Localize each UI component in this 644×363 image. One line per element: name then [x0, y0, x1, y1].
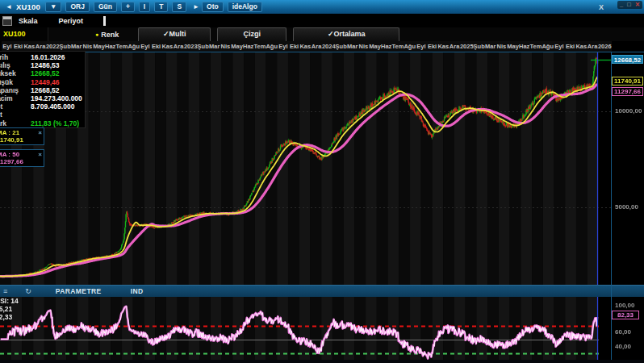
- close-icon[interactable]: ✕: [635, 2, 640, 8]
- x-axis-month-label: Eki: [565, 41, 576, 52]
- price-tick-5000: 5000,00: [615, 203, 638, 211]
- x-axis-month-label: May: [369, 41, 381, 52]
- minimize-icon[interactable]: _: [620, 2, 623, 8]
- x-axis-month-label: Ara: [587, 41, 598, 52]
- x-axis-month-label: Eki: [289, 41, 300, 52]
- x-axis-month-label: Eyl: [140, 41, 151, 52]
- tooltip-label: Hacim: [0, 94, 31, 102]
- rsi-tick-100: 100,00: [615, 302, 634, 309]
- indicator-menu-icon[interactable]: ≡: [3, 287, 7, 295]
- x-axis-month-label: Ara: [173, 41, 184, 52]
- titlebar: ◄ XU100 ▼ ORJ Gün + I T S ► Oto ideAlgo …: [0, 0, 644, 14]
- rsi-indicator-canvas[interactable]: [0, 297, 644, 360]
- indicator-button[interactable]: I: [139, 2, 150, 12]
- x-axis-month-label: Eyl: [278, 41, 289, 52]
- nav-right-icon[interactable]: ►: [193, 3, 199, 10]
- x-axis-month-label: Haz: [243, 41, 254, 52]
- indicator-header: ≡ ↻ PARAMETRE IND: [0, 285, 644, 297]
- x-axis-month-label: 2026: [598, 41, 612, 52]
- x-axis-month-label: 2024: [322, 41, 336, 52]
- x-axis-labels: EylEkiKasAra2022ŞubMarNisMayHazTemAğuEyl…: [2, 41, 612, 52]
- x-axis-month-label: Kas: [575, 41, 587, 52]
- ma50-close-icon[interactable]: ×: [38, 152, 42, 158]
- x-axis-month-label: Kas: [437, 41, 449, 52]
- plus-button[interactable]: +: [121, 2, 135, 12]
- ma21-value: 11740,91: [0, 136, 42, 144]
- x-axis-month-label: May: [507, 41, 519, 52]
- refresh-icon[interactable]: ↻: [25, 287, 31, 295]
- symbol-title: XU100: [16, 2, 40, 11]
- rsi-current-value: 82,33: [0, 314, 19, 322]
- tab-ortalama[interactable]: ✓Ortalama: [293, 27, 399, 41]
- period-gun-button[interactable]: Gün: [94, 2, 117, 12]
- chart-close-button[interactable]: X: [599, 3, 604, 11]
- menu-periyot[interactable]: Periyot: [59, 17, 84, 25]
- tooltip-value-volume: 194.273.400.000: [31, 94, 82, 102]
- tooltip-value-change: 211,83 (% 1,70): [31, 119, 79, 127]
- x-axis-month-label: Eki: [151, 41, 162, 52]
- x-axis-month-label: Kas: [299, 41, 311, 52]
- renk-control[interactable]: ● Renk: [95, 27, 119, 41]
- tooltip-label: Tarih: [0, 53, 31, 61]
- idealgo-button[interactable]: ideAlgo: [228, 2, 262, 12]
- ma21-close-icon[interactable]: ×: [38, 130, 42, 136]
- parametre-button[interactable]: PARAMETRE: [56, 287, 102, 295]
- ma50-label: MA : 50: [0, 151, 19, 158]
- nav-left-icon[interactable]: ◄: [6, 3, 12, 10]
- x-axis-month-label: Tem: [254, 41, 266, 52]
- text-cursor: [103, 16, 106, 26]
- last-price-label: 12668,52: [612, 55, 643, 64]
- ma21-legend-box: MA : 21 × 11740,91: [0, 127, 44, 145]
- window-controls: _ □ ✕: [617, 1, 642, 9]
- x-axis-month-label: Eyl: [416, 41, 427, 52]
- tooltip-label: Ort: [0, 111, 31, 119]
- ind-button[interactable]: IND: [131, 287, 144, 295]
- ma50-axis-label: 11297,66: [612, 87, 643, 96]
- x-axis-month-label: Ağu: [128, 41, 140, 52]
- x-axis-month-label: Nis: [220, 41, 232, 52]
- x-axis-month-label: Tem: [530, 41, 542, 52]
- symbol-dropdown-button[interactable]: ▼: [45, 2, 61, 12]
- ma50-legend-box: MA : 50 × 11297,66: [0, 149, 44, 167]
- ma21-axis-label: 11740,91: [612, 77, 643, 86]
- price-chart-canvas[interactable]: [0, 52, 644, 285]
- rsi-tick-40: 40,00: [615, 343, 631, 350]
- x-axis-month-label: Mar: [209, 41, 220, 52]
- tooltip-value-lot: 8.709.405.000: [31, 102, 74, 111]
- trend-button[interactable]: T: [154, 2, 168, 12]
- tooltip-value-low: 12449,46: [31, 78, 59, 86]
- x-axis-month-label: Şub: [474, 41, 485, 52]
- x-axis-month-label: Haz: [105, 41, 116, 52]
- tooltip-value-close: 12668,52: [31, 86, 59, 94]
- x-axis-month-label: Tem: [116, 41, 128, 52]
- x-axis-month-label: Eyl: [554, 41, 565, 52]
- x-axis-month-label: Ara: [311, 41, 322, 52]
- settings-s-button[interactable]: S: [172, 2, 186, 12]
- tab-cizgi[interactable]: Çizgi: [217, 27, 286, 41]
- save-icon[interactable]: [2, 16, 12, 26]
- x-axis-month-label: May: [93, 41, 105, 52]
- tabbar: XU100 ● Renk ✓Multi Çizgi ✓Ortalama: [0, 27, 644, 41]
- x-axis-month-label: Nis: [496, 41, 508, 52]
- x-axis-month-label: Ağu: [266, 41, 278, 52]
- x-axis-month-label: Şub: [336, 41, 347, 52]
- oto-button[interactable]: Oto: [202, 2, 224, 12]
- x-axis-month-label: Ağu: [404, 41, 416, 52]
- renk-label: Renk: [101, 31, 119, 39]
- tooltip-label: Yüksek: [0, 69, 31, 77]
- orj-button[interactable]: ORJ: [65, 2, 89, 12]
- tooltip-value-date: 16.01.2026: [31, 53, 65, 61]
- maximize-icon[interactable]: □: [627, 2, 631, 8]
- tab-symbol-xu100[interactable]: XU100: [0, 27, 48, 41]
- x-axis-month-label: Mar: [485, 41, 496, 52]
- x-axis-month-label: Tem: [392, 41, 404, 52]
- tooltip-label: Lot: [0, 102, 31, 111]
- tab-multi[interactable]: ✓Multi: [138, 27, 211, 41]
- menu-skala[interactable]: Skala: [19, 17, 38, 25]
- x-axis-month-label: Şub: [198, 41, 209, 52]
- ohlc-tooltip: Tarih16.01.2026 Açılış12486,53 Yüksek126…: [0, 51, 86, 128]
- tooltip-label: Düşük: [0, 78, 31, 86]
- menubar: Skala Periyot: [0, 14, 644, 27]
- x-axis-month-label: 2023: [184, 41, 198, 52]
- tooltip-label: Açılış: [0, 61, 31, 69]
